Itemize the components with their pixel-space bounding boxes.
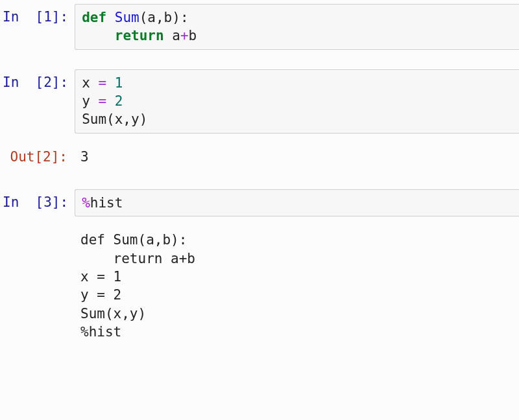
code-token: b xyxy=(189,28,197,43)
output-prompt xyxy=(3,227,74,231)
code-token: Sum xyxy=(115,10,139,25)
input-prompt: In [3]: xyxy=(3,189,75,211)
notebook-cell: In [2]: x = 1 y = 2 Sum(x,y) xyxy=(0,65,519,137)
code-token xyxy=(106,10,115,25)
input-prompt: In [1]: xyxy=(3,4,75,26)
code-token: a xyxy=(164,28,180,43)
code-token: (a,b): xyxy=(139,10,189,25)
code-token: = xyxy=(98,93,106,109)
code-token: return xyxy=(115,28,164,43)
code-token: hist xyxy=(90,195,123,211)
code-input[interactable]: %hist xyxy=(75,189,519,216)
history-output: def Sum(a,b): return a+b x = 1 y = 2 Sum… xyxy=(74,227,519,345)
output-value: 3 xyxy=(74,144,519,170)
code-token: 1 xyxy=(115,75,123,91)
code-token: x xyxy=(82,75,98,91)
code-token: % xyxy=(82,195,90,211)
code-input[interactable]: x = 1 y = 2 Sum(x,y) xyxy=(75,69,519,134)
code-token: = xyxy=(98,75,106,91)
code-token xyxy=(82,28,115,43)
code-token xyxy=(106,75,115,91)
code-token xyxy=(106,93,115,109)
notebook-output-cell: Out[2]: 3 xyxy=(0,140,519,174)
code-token: y xyxy=(82,93,98,109)
code-token: def xyxy=(82,10,106,25)
notebook-cell: In [3]: %hist xyxy=(0,185,519,220)
code-token: 2 xyxy=(115,93,123,109)
code-input[interactable]: def Sum(a,b): return a+b xyxy=(75,4,519,50)
code-token: + xyxy=(180,28,189,43)
input-prompt: In [2]: xyxy=(3,69,75,91)
output-prompt: Out[2]: xyxy=(3,144,74,166)
code-token: Sum(x,y) xyxy=(82,111,147,127)
notebook-output-cell: def Sum(a,b): return a+b x = 1 y = 2 Sum… xyxy=(0,223,519,349)
notebook-cell: In [1]: def Sum(a,b): return a+b xyxy=(0,0,519,54)
